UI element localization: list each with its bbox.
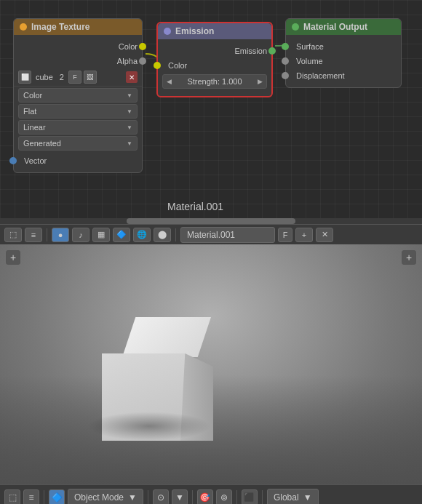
node-editor: Image Texture Color Alpha ⬜ cube 2 F 🖼 ✕…	[0, 0, 422, 218]
image-texture-header: Image Texture	[14, 19, 142, 35]
grid-btn[interactable]: ▦	[92, 228, 110, 242]
emission-color-row: Color	[158, 58, 271, 73]
flat-dropdown-label: Flat	[23, 107, 36, 116]
alpha-output-label: Alpha	[117, 57, 138, 65]
cube-shadow	[87, 412, 211, 441]
emission-color-socket	[154, 62, 161, 69]
vector-input-label: Vector	[18, 156, 47, 165]
mesh-name: cube	[33, 73, 55, 81]
cube-object	[102, 317, 211, 426]
color-dropdown-arrow: ▼	[127, 92, 132, 99]
emission-color-label: Color	[162, 61, 187, 70]
flat-dropdown[interactable]: Flat ▼	[18, 104, 138, 119]
close-btn[interactable]: ✕	[126, 71, 138, 83]
emission-header-dot	[164, 28, 171, 35]
menu-btn[interactable]: ≡	[25, 228, 42, 242]
strength-slider[interactable]: Strength: 1.000	[162, 74, 267, 89]
flat-dropdown-arrow: ▼	[127, 108, 132, 115]
displacement-row: Displacement	[286, 68, 401, 83]
cube-wrapper	[102, 317, 211, 426]
vp-layout-btn[interactable]: ⬚	[4, 489, 20, 505]
vp-menu-btn[interactable]: ≡	[23, 489, 39, 505]
viewport-corner-tr[interactable]: +	[402, 250, 416, 265]
image-texture-title: Image Texture	[31, 22, 89, 32]
global-dropdown[interactable]: Global ▼	[267, 489, 319, 505]
node-material-output: Material Output Surface Volume Displacem…	[285, 18, 402, 88]
material-output-header: Material Output	[286, 19, 401, 35]
generated-dropdown-label: Generated	[23, 139, 61, 148]
volume-row: Volume	[286, 54, 401, 68]
mode-dropdown[interactable]: Object Mode ▼	[68, 489, 143, 505]
vp-separator-3	[192, 490, 193, 505]
linear-dropdown-arrow: ▼	[127, 124, 132, 131]
node-emission: Emission Emission Color Strength: 1.000	[156, 22, 273, 97]
strength-label: Strength: 1.000	[187, 77, 242, 86]
material-output-title: Material Output	[303, 22, 367, 32]
separator-2	[175, 228, 176, 241]
linear-dropdown[interactable]: Linear ▼	[18, 120, 138, 135]
f-btn[interactable]: F	[68, 71, 81, 84]
emission-output-socket	[268, 47, 276, 55]
object-btn[interactable]: 🔷	[113, 228, 130, 242]
viewport-3d: + +	[0, 244, 422, 484]
displacement-socket	[282, 72, 289, 79]
emission-header: Emission	[158, 23, 271, 39]
vector-input-row: Vector	[14, 153, 142, 168]
material-output-header-dot	[292, 23, 299, 31]
displacement-label: Displacement	[290, 71, 345, 80]
scrollbar-thumb[interactable]	[127, 218, 295, 224]
vp-proportional-btn[interactable]: ⊚	[216, 489, 232, 505]
vp-shading-btn[interactable]: ⬛	[242, 489, 258, 505]
close-material-btn[interactable]: ✕	[316, 228, 333, 242]
image-texture-toolbar: ⬜ cube 2 F 🖼 ✕	[14, 68, 142, 87]
separator-1	[47, 228, 47, 241]
generated-dropdown-arrow: ▼	[127, 140, 132, 147]
alpha-output-row: Alpha	[14, 54, 142, 68]
vp-separator-1	[44, 490, 44, 505]
world-btn[interactable]: 🌐	[133, 228, 151, 242]
add-material-btn[interactable]: +	[295, 228, 313, 242]
mode-dropdown-arrow: ▼	[128, 492, 137, 503]
vp-object-btn[interactable]: 🔷	[49, 489, 65, 505]
type-btn[interactable]: ⬜	[18, 71, 31, 84]
vp-separator-5	[262, 490, 263, 505]
node-image-texture: Image Texture Color Alpha ⬜ cube 2 F 🖼 ✕…	[13, 18, 143, 173]
viewport-toolbar: ⬚ ≡ 🔷 Object Mode ▼ ⊙ ▼ 🎯 ⊚ ⬛ Global ▼	[0, 484, 422, 504]
vector-input-socket	[9, 157, 17, 164]
viewport-corner-tl[interactable]: +	[6, 250, 20, 265]
vp-separator-2	[148, 490, 148, 505]
linear-dropdown-label: Linear	[23, 123, 46, 132]
global-arrow: ▼	[303, 492, 312, 503]
volume-label: Volume	[290, 57, 323, 65]
img-btn[interactable]: 🖼	[84, 71, 97, 84]
emission-output-label: Emission	[234, 47, 267, 55]
surface-label: Surface	[290, 42, 324, 51]
f-toggle-btn[interactable]: F	[278, 228, 292, 242]
color-dropdown[interactable]: Color ▼	[18, 88, 138, 103]
vp-separator-4	[236, 490, 237, 505]
alpha-output-socket	[139, 57, 146, 65]
generated-dropdown[interactable]: Generated ▼	[18, 136, 138, 151]
layout-btn[interactable]: ⬚	[4, 228, 22, 242]
renderer-btn[interactable]: ⬤	[154, 228, 171, 242]
emission-output-row: Emission	[158, 44, 271, 58]
vp-pivot-arrow[interactable]: ▼	[172, 489, 188, 505]
surface-socket	[282, 43, 289, 50]
image-texture-header-dot	[20, 23, 27, 31]
mesh-num: 2	[57, 73, 66, 81]
vp-pivot-btn[interactable]: ⊙	[153, 489, 169, 505]
surface-row: Surface	[286, 39, 401, 54]
horizontal-scrollbar[interactable]	[0, 218, 422, 224]
material-btn[interactable]: ●	[52, 228, 69, 242]
cube-top-face	[122, 317, 211, 357]
mode-label: Object Mode	[74, 492, 124, 503]
music-btn[interactable]: ♪	[72, 228, 89, 242]
emission-title: Emission	[175, 26, 214, 36]
vp-snap-btn[interactable]: 🎯	[197, 489, 213, 505]
node-editor-toolbar: ⬚ ≡ ● ♪ ▦ 🔷 🌐 ⬤ F + ✕	[0, 224, 422, 244]
global-label: Global	[274, 492, 299, 503]
volume-socket	[282, 57, 289, 65]
color-output-label: Color	[119, 42, 138, 51]
color-output-row: Color	[14, 39, 142, 54]
material-name-input[interactable]	[180, 227, 275, 243]
